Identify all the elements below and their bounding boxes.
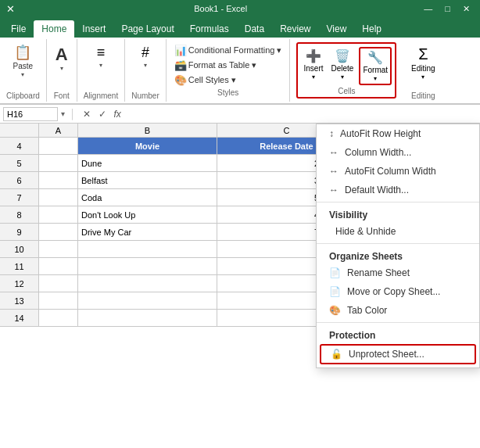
delete-cells-button[interactable]: 🗑️ Delete ▾ xyxy=(329,47,356,82)
tab-color-label: Tab Color xyxy=(347,305,387,316)
row-header-11: 11 xyxy=(0,258,39,275)
cell-b14[interactable] xyxy=(78,310,217,327)
cell-b7[interactable]: Coda xyxy=(78,189,217,206)
hide-unhide-item[interactable]: Hide & Unhide xyxy=(317,222,479,241)
cell-b12[interactable] xyxy=(78,275,217,292)
organize-sheets-section-title: Organize Sheets xyxy=(317,246,479,263)
close-button[interactable]: ✕ xyxy=(459,4,474,14)
cell-a12[interactable] xyxy=(39,275,78,292)
tab-insert[interactable]: Insert xyxy=(74,20,113,38)
cell-b10[interactable] xyxy=(78,241,217,258)
format-as-table-icon: 🗃️ xyxy=(174,59,187,71)
tab-help[interactable]: Help xyxy=(354,20,389,38)
protection-section-title: Protection xyxy=(317,325,479,342)
move-copy-label: Move or Copy Sheet... xyxy=(347,286,440,297)
row-header-6: 6 xyxy=(0,172,39,189)
cell-a13[interactable] xyxy=(39,292,78,310)
clipboard-label: Clipboard xyxy=(6,91,40,100)
conditional-formatting-label: Conditional Formatting ▾ xyxy=(188,45,282,56)
cell-a11[interactable] xyxy=(39,258,78,275)
table-row xyxy=(39,241,356,258)
format-as-table-button[interactable]: 🗃️ Format as Table ▾ xyxy=(173,59,284,72)
font-label: Font xyxy=(54,91,70,100)
cell-a6[interactable] xyxy=(39,172,78,189)
col-header-a: A xyxy=(39,124,78,138)
function-icon[interactable]: fx xyxy=(112,109,124,120)
spreadsheet: A B C 4 5 6 7 8 9 10 11 12 13 14 Movie R… xyxy=(0,124,480,327)
move-copy-sheet-item[interactable]: 📄 Move or Copy Sheet... xyxy=(317,282,479,301)
format-cells-button[interactable]: 🔧 Format ▾ xyxy=(359,47,392,85)
cell-a9[interactable] xyxy=(39,224,78,241)
column-width-item[interactable]: ↔ Column Width... xyxy=(317,143,479,162)
minimize-button[interactable]: — xyxy=(420,4,436,14)
cell-a7[interactable] xyxy=(39,189,78,206)
delete-icon: 🗑️ xyxy=(335,48,350,63)
confirm-icon[interactable]: ✓ xyxy=(96,109,109,120)
cancel-icon[interactable]: ✕ xyxy=(81,109,93,120)
autofit-column-width-item[interactable]: ↔ AutoFit Column Width xyxy=(317,162,479,181)
tab-view[interactable]: View xyxy=(319,20,355,38)
alignment-icon: ≡ xyxy=(97,45,106,61)
insert-icon: ➕ xyxy=(306,48,321,63)
rename-sheet-icon: 📄 xyxy=(329,267,341,278)
cell-styles-button[interactable]: 🎨 Cell Styles ▾ xyxy=(173,73,284,87)
cell-b9[interactable]: Drive My Car xyxy=(78,224,217,241)
default-width-item[interactable]: ↔ Default Width... xyxy=(317,181,479,199)
tab-file[interactable]: File xyxy=(3,20,34,38)
cell-b6[interactable]: Belfast xyxy=(78,172,217,189)
insert-cells-button[interactable]: ➕ Insert ▾ xyxy=(301,47,325,82)
unprotect-sheet-item[interactable]: 🔓 Unprotect Sheet... xyxy=(320,344,476,364)
tab-home[interactable]: Home xyxy=(34,20,74,38)
cell-b13[interactable] xyxy=(78,292,217,310)
tab-color-item[interactable]: 🎨 Tab Color xyxy=(317,301,479,320)
window-controls[interactable]: — □ ✕ xyxy=(420,4,474,14)
editing-button[interactable]: Σ Editing ▾ xyxy=(409,44,438,82)
column-width-icon: ↔ xyxy=(329,147,339,158)
formula-bar: H16 ▾ │ ✕ ✓ fx xyxy=(0,105,480,124)
unprotect-label: Unprotect Sheet... xyxy=(349,349,424,360)
cell-a14[interactable] xyxy=(39,310,78,327)
cell-b5[interactable]: Dune xyxy=(78,155,217,172)
number-button[interactable]: # ▾ xyxy=(139,44,152,70)
format-label: Format xyxy=(363,66,388,74)
font-button[interactable]: A ▾ xyxy=(53,44,70,73)
title-bar: ✕ Book1 - Excel — □ ✕ xyxy=(0,0,480,17)
tab-review[interactable]: Review xyxy=(272,20,318,38)
format-icon: 🔧 xyxy=(367,50,383,65)
tab-page-layout[interactable]: Page Layout xyxy=(113,20,181,38)
name-box[interactable]: H16 xyxy=(3,107,58,121)
cells-group-highlight: ➕ Insert ▾ 🗑️ Delete ▾ 🔧 Format ▾ Cells xyxy=(296,42,396,99)
table-row: Coda 5/23/2021 xyxy=(39,189,356,206)
autofit-row-height-item[interactable]: ↕ AutoFit Row Height xyxy=(317,124,479,143)
format-as-table-label: Format as Table ▾ xyxy=(188,60,257,70)
cell-b4[interactable]: Movie xyxy=(78,138,217,155)
alignment-button[interactable]: ≡ ▾ xyxy=(95,44,108,70)
table-row xyxy=(39,258,356,275)
formula-expand-icon[interactable]: ▾ xyxy=(61,109,65,118)
editing-label: Editing xyxy=(411,64,435,73)
table-row xyxy=(39,275,356,292)
tab-data[interactable]: Data xyxy=(237,20,272,38)
cell-a8[interactable] xyxy=(39,206,78,224)
cells-label: Cells xyxy=(338,87,355,95)
conditional-formatting-button[interactable]: 📊 Conditional Formatting ▾ xyxy=(173,44,284,57)
table-row: Belfast 3/15/2021 xyxy=(39,172,356,189)
paste-arrow: ▾ xyxy=(21,71,24,78)
number-group: # ▾ Number xyxy=(125,39,167,102)
cell-a10[interactable] xyxy=(39,241,78,258)
cell-a4[interactable] xyxy=(39,138,78,155)
table-row: Dune 2/25/2021 xyxy=(39,155,356,172)
cell-a5[interactable] xyxy=(39,155,78,172)
rename-sheet-item[interactable]: 📄 Rename Sheet xyxy=(317,263,479,282)
cell-styles-label: Cell Styles ▾ xyxy=(188,75,236,85)
delete-arrow: ▾ xyxy=(341,73,344,81)
table-row: Don't Look Up 4/22/2021 xyxy=(39,206,356,224)
formula-input[interactable] xyxy=(127,107,477,121)
cell-b11[interactable] xyxy=(78,258,217,275)
cell-b8[interactable]: Don't Look Up xyxy=(78,206,217,224)
clipboard-group: 📋 Paste ▾ Clipboard xyxy=(0,39,47,102)
visibility-section-title: Visibility xyxy=(317,205,479,222)
paste-button[interactable]: 📋 Paste ▾ xyxy=(11,44,36,80)
maximize-button[interactable]: □ xyxy=(441,4,454,14)
tab-formulas[interactable]: Formulas xyxy=(182,20,237,38)
